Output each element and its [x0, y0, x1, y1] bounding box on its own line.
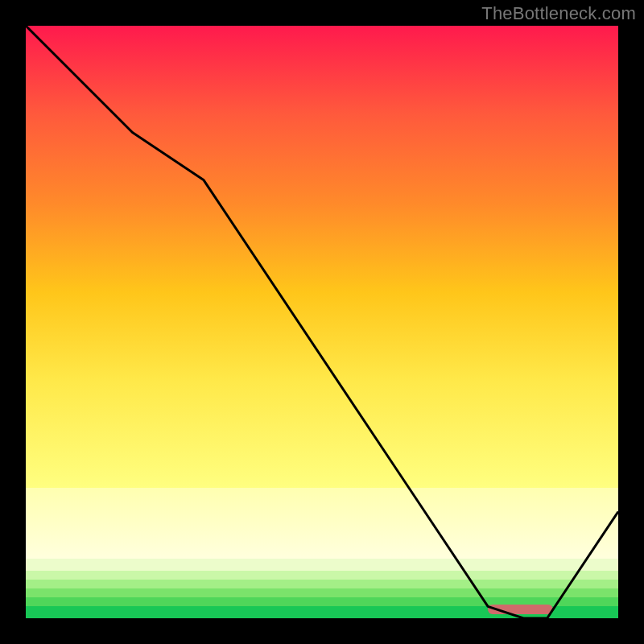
bottleneck-curve [26, 26, 618, 618]
curve-path [26, 26, 618, 618]
watermark-text: TheBottleneck.com [481, 3, 636, 24]
chart-frame [26, 26, 618, 618]
